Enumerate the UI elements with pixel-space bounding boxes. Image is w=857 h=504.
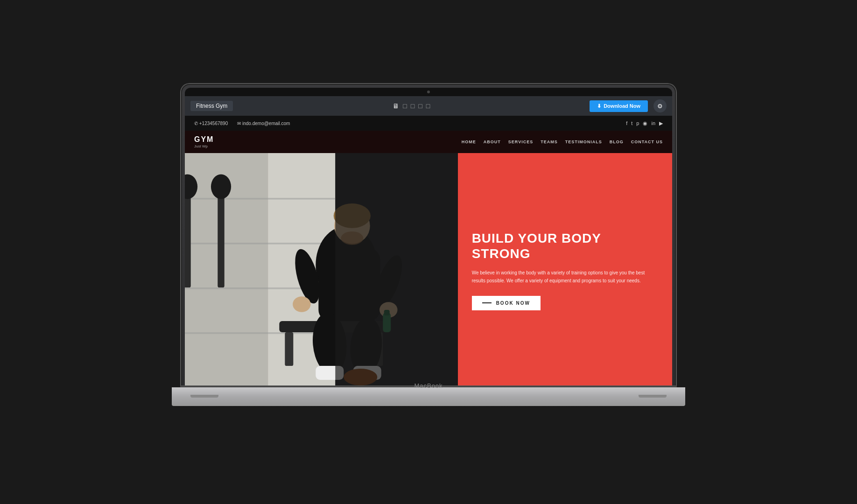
svg-rect-3 [185, 198, 335, 200]
download-label: Download Now [604, 103, 640, 109]
social-icons: f t p ◉ in ▶ [626, 120, 663, 126]
facebook-icon[interactable]: f [626, 120, 627, 126]
nav-blog[interactable]: BLOG [610, 140, 624, 144]
contact-bar-left: ✆ +1234567890 ✉ indo.demo@email.com [194, 121, 617, 126]
book-now-button[interactable]: BOOK NOW [472, 296, 541, 310]
desktop-icon[interactable]: 🖥 [393, 102, 399, 110]
macbook-label: MacBook [414, 382, 443, 389]
headline-line1: BUILD YOUR BODY [472, 231, 601, 245]
phone-number: ✆ +1234567890 [194, 121, 228, 126]
svg-rect-12 [285, 332, 293, 366]
svg-rect-4 [185, 243, 335, 245]
macbook-lid: Fitness Gym 🖥 □ □ □ □ ⬇ Download Now [181, 84, 676, 392]
twitter-icon[interactable]: t [631, 120, 632, 126]
macbook-scene: Fitness Gym 🖥 □ □ □ □ ⬇ Download Now [172, 84, 685, 420]
instagram-icon[interactable]: ◉ [643, 120, 647, 126]
youtube-icon[interactable]: ▶ [659, 120, 663, 126]
toolbar-title: Fitness Gym [190, 101, 233, 111]
svg-rect-8 [218, 187, 224, 287]
nav-testimonials[interactable]: TESTIMONIALS [565, 140, 602, 144]
svg-point-21 [293, 296, 310, 312]
svg-rect-30 [335, 153, 457, 388]
hero-description: We believe in working the body with a va… [472, 269, 658, 285]
settings-button[interactable]: ⚙ [653, 99, 667, 112]
hero-headline: BUILD YOUR BODY STRONG [472, 231, 658, 261]
settings-icon: ⚙ [657, 103, 663, 110]
email-address: ✉ indo.demo@email.com [237, 121, 290, 126]
nav-links: HOME ABOUT SERVICES TEAMS TESTIMONIALS B… [260, 140, 663, 144]
svg-rect-7 [185, 187, 191, 287]
contact-bar: ✆ +1234567890 ✉ indo.demo@email.com f t … [185, 116, 672, 131]
nav-about[interactable]: ABOUT [484, 140, 501, 144]
download-icon: ⬇ [597, 103, 601, 109]
download-button[interactable]: ⬇ Download Now [590, 100, 648, 112]
hero-content: BUILD YOUR BODY STRONG We believe in wor… [458, 153, 672, 388]
macbook-base: MacBook [172, 387, 685, 406]
nav-services[interactable]: SERVICES [508, 140, 533, 144]
screen-bezel: Fitness Gym 🖥 □ □ □ □ ⬇ Download Now [185, 88, 672, 388]
website: Fitness Gym 🖥 □ □ □ □ ⬇ Download Now [185, 96, 672, 388]
svg-rect-6 [185, 332, 335, 334]
book-btn-label: BOOK NOW [496, 301, 530, 306]
pinterest-icon[interactable]: p [636, 120, 639, 126]
nav-teams[interactable]: TEAMS [541, 140, 558, 144]
laptop-icon[interactable]: □ [403, 102, 407, 110]
logo-block: GYM Just Wp [194, 135, 260, 148]
camera-dot [427, 91, 430, 93]
nav-home[interactable]: HOME [462, 140, 476, 144]
book-btn-line [482, 302, 492, 303]
screen-content: Fitness Gym 🖥 □ □ □ □ ⬇ Download Now [185, 96, 672, 388]
site-tagline: Just Wp [194, 144, 260, 148]
headline-line2: STRONG [472, 246, 531, 261]
macbook-foot-right [639, 395, 667, 398]
tablet-icon[interactable]: □ [411, 102, 414, 110]
site-logo[interactable]: GYM [194, 135, 260, 144]
mobile-icon[interactable]: □ [426, 102, 430, 110]
nav-bar: GYM Just Wp HOME ABOUT SERVICES TEAMS TE… [185, 131, 672, 153]
device-icons: 🖥 □ □ □ □ [239, 102, 584, 110]
gym-illustration [185, 153, 458, 388]
svg-point-10 [211, 175, 231, 199]
linkedin-icon[interactable]: in [651, 120, 655, 126]
toolbar: Fitness Gym 🖥 □ □ □ □ ⬇ Download Now [185, 96, 672, 116]
hero-section: BUILD YOUR BODY STRONG We believe in wor… [185, 153, 672, 388]
nav-contact[interactable]: CONTACT US [631, 140, 663, 144]
hero-image [185, 153, 458, 388]
macbook-foot-left [190, 395, 218, 398]
gym-photo-background [185, 153, 458, 388]
tablet-small-icon[interactable]: □ [418, 102, 422, 110]
